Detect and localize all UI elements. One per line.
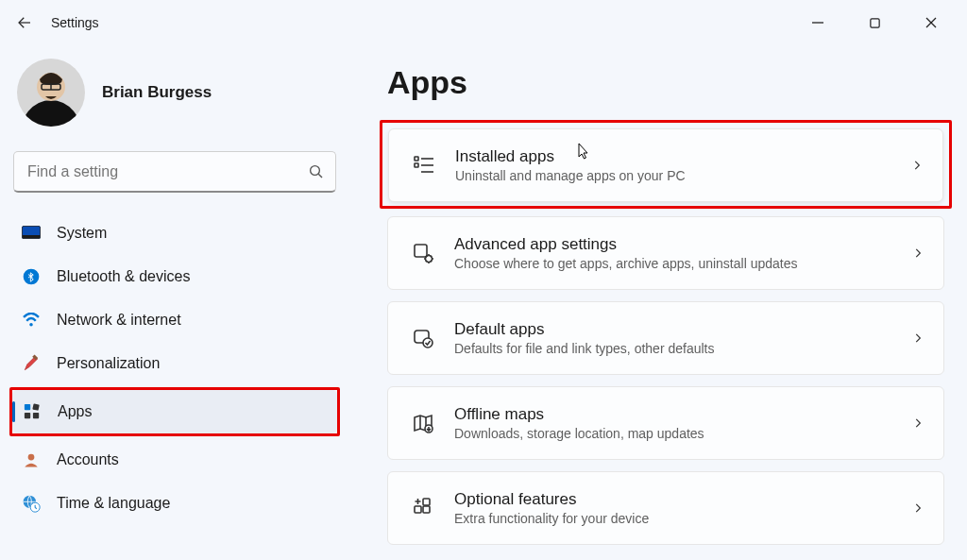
card-title: Optional features [454,490,911,509]
profile-block[interactable]: Brian Burgess [11,55,338,145]
sidebar-item-label: System [57,225,107,242]
sidebar-item-personalization[interactable]: Personalization [11,342,338,385]
chevron-right-icon [910,159,924,172]
card-default-apps[interactable]: Default apps Defaults for file and link … [387,301,944,375]
chevron-right-icon [911,246,925,260]
globe-clock-icon [21,493,42,514]
features-plus-icon [403,497,443,519]
svg-rect-34 [415,506,421,513]
svg-rect-1 [870,18,878,26]
card-advanced-app-settings[interactable]: Advanced app settings Choose where to ge… [387,216,944,290]
window-title: Settings [51,15,99,30]
svg-rect-25 [415,163,418,167]
page-title: Apps [387,64,944,101]
card-desc: Uninstall and manage apps on your PC [455,168,910,183]
map-icon [403,412,443,434]
search-container [13,151,336,193]
svg-line-10 [318,174,322,178]
card-title: Advanced app settings [454,235,911,254]
chevron-right-icon [911,501,925,515]
svg-point-9 [311,166,320,176]
card-title: Installed apps [455,147,910,166]
sidebar-item-time-language[interactable]: Time & language [11,482,338,525]
sidebar-item-accounts[interactable]: Accounts [11,438,338,482]
sidebar-item-bluetooth[interactable]: Bluetooth & devices [11,255,338,298]
maximize-button[interactable] [857,9,891,36]
person-icon [21,450,42,470]
app-gear-icon [403,242,443,264]
card-offline-maps[interactable]: Offline maps Downloads, storage location… [387,386,944,460]
sidebar-item-label: Network & internet [57,312,181,329]
bluetooth-icon [21,266,42,287]
svg-rect-35 [423,506,430,513]
svg-rect-19 [25,413,30,418]
list-icon [404,154,444,177]
back-button[interactable] [8,6,42,40]
sidebar-item-network[interactable]: Network & internet [11,298,338,342]
svg-rect-36 [423,499,430,505]
search-icon [308,163,325,180]
titlebar: Settings [0,0,967,45]
sidebar-item-label: Apps [58,403,92,420]
close-button[interactable] [914,9,948,36]
sidebar-item-system[interactable]: System [11,212,338,255]
search-input[interactable] [13,151,336,193]
card-title: Default apps [454,320,911,339]
svg-rect-24 [415,157,418,161]
sidebar-item-apps[interactable]: Apps [12,390,337,433]
paintbrush-icon [21,353,42,374]
window-controls [801,9,959,36]
sidebar-nav: System Bluetooth & devices Network & int… [11,212,338,525]
svg-point-21 [28,454,35,461]
default-apps-icon [403,327,443,349]
chevron-right-icon [911,331,925,345]
svg-rect-18 [32,403,39,410]
main-panel: Apps Installed apps Uninstall and manage… [349,45,967,560]
sidebar-item-label: Accounts [57,451,119,468]
card-installed-apps[interactable]: Installed apps Uninstall and manage apps… [388,128,943,202]
profile-name: Brian Burgess [102,83,212,102]
svg-point-15 [29,323,33,327]
card-desc: Defaults for file and link types, other … [454,341,911,356]
avatar [17,59,85,127]
svg-rect-12 [23,235,41,239]
svg-rect-17 [25,404,30,410]
svg-rect-20 [33,413,39,418]
card-desc: Choose where to get apps, archive apps, … [454,256,911,271]
sidebar: Brian Burgess System Bluetooth & devices [0,45,349,560]
chevron-right-icon [911,416,925,430]
card-desc: Extra functionality for your device [454,511,911,526]
sidebar-item-label: Time & language [57,495,170,512]
minimize-button[interactable] [801,9,835,36]
svg-rect-29 [415,245,427,257]
system-icon [21,223,42,244]
apps-icon [22,401,42,422]
card-optional-features[interactable]: Optional features Extra functionality fo… [387,471,944,545]
sidebar-item-label: Personalization [57,355,160,372]
card-title: Offline maps [454,405,911,424]
card-desc: Downloads, storage location, map updates [454,426,911,441]
sidebar-item-label: Bluetooth & devices [57,268,190,285]
wifi-icon [21,310,42,331]
svg-point-32 [423,338,433,348]
